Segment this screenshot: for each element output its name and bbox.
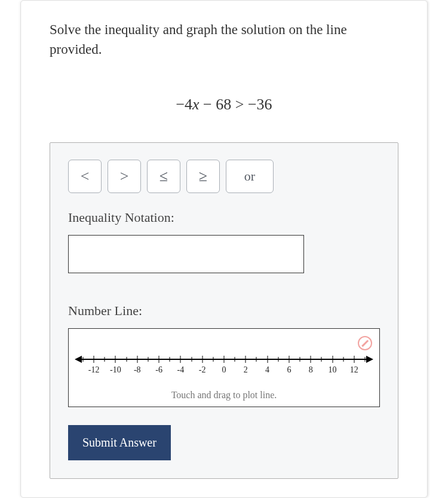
lhs-const: − 68 — [200, 96, 232, 113]
tick-label: 6 — [287, 365, 291, 375]
lhs-coeff: −4 — [176, 96, 192, 113]
tick-label: -6 — [155, 365, 162, 375]
tick-label: 8 — [309, 365, 313, 375]
numberline-label: Number Line: — [68, 303, 380, 319]
lhs-var: x — [192, 96, 200, 113]
tick-minor — [343, 356, 343, 362]
tick-label: 4 — [265, 365, 269, 375]
tick-major: -6 — [159, 356, 159, 363]
lt-button[interactable]: < — [68, 160, 102, 193]
relation: > — [231, 96, 248, 113]
gt-button[interactable]: > — [108, 160, 141, 193]
le-button[interactable]: ≤ — [147, 160, 180, 193]
tick-minor — [365, 356, 366, 362]
tick-major: -2 — [202, 356, 202, 363]
tick-minor — [278, 356, 278, 362]
tick-minor — [321, 356, 322, 362]
tick-major: -12 — [94, 356, 94, 363]
tick-label: -12 — [88, 365, 100, 375]
tick-container: -12-10-8-6-4-2024681012 — [83, 356, 365, 380]
tick-label: -2 — [199, 365, 206, 375]
tick-minor — [191, 356, 192, 362]
tick-label: -4 — [177, 365, 185, 375]
numberline-hint: Touch and drag to plot line. — [71, 390, 377, 401]
tick-major: -4 — [180, 356, 181, 363]
tick-major: 2 — [246, 356, 246, 363]
tick-major: 6 — [289, 356, 289, 363]
rhs: −36 — [248, 96, 272, 113]
numberline-axis: -12-10-8-6-4-2024681012 — [71, 353, 377, 386]
clear-icon[interactable] — [358, 336, 372, 350]
tick-minor — [300, 356, 300, 362]
numberline-area[interactable]: -12-10-8-6-4-2024681012 Touch and drag t… — [68, 328, 380, 407]
question-card: Solve the inequality and graph the solut… — [20, 0, 428, 498]
operator-row: < > ≤ ≥ or — [68, 160, 380, 193]
tick-minor — [105, 356, 105, 362]
tick-major: 8 — [311, 356, 311, 363]
tick-major: 10 — [332, 356, 333, 363]
answer-panel: < > ≤ ≥ or Inequality Notation: Number L… — [50, 142, 398, 479]
tick-label: 12 — [350, 365, 358, 375]
tick-major: -10 — [115, 356, 116, 363]
inequality-input[interactable] — [68, 235, 304, 273]
tick-label: -10 — [110, 365, 121, 375]
or-button[interactable]: or — [226, 160, 274, 193]
tick-major: 4 — [267, 356, 268, 363]
tick-label: 2 — [244, 365, 248, 375]
tick-label: -8 — [134, 365, 141, 375]
tick-minor — [170, 356, 170, 362]
tick-major: 12 — [354, 356, 354, 363]
tick-major: 0 — [224, 356, 225, 363]
tick-major: -8 — [137, 356, 137, 363]
tick-minor — [148, 356, 148, 362]
tick-minor — [213, 356, 213, 362]
question-prompt: Solve the inequality and graph the solut… — [50, 20, 398, 60]
tick-minor — [256, 356, 257, 362]
submit-button[interactable]: Submit Answer — [68, 425, 171, 460]
inequality-expression: −4x − 68 > −36 — [50, 96, 398, 114]
ge-button[interactable]: ≥ — [186, 160, 220, 193]
tick-minor — [126, 356, 127, 362]
tick-minor — [83, 356, 84, 362]
tick-label: 10 — [329, 365, 337, 375]
inequality-label: Inequality Notation: — [68, 210, 380, 225]
tick-label: 0 — [222, 365, 226, 375]
tick-minor — [235, 356, 235, 362]
